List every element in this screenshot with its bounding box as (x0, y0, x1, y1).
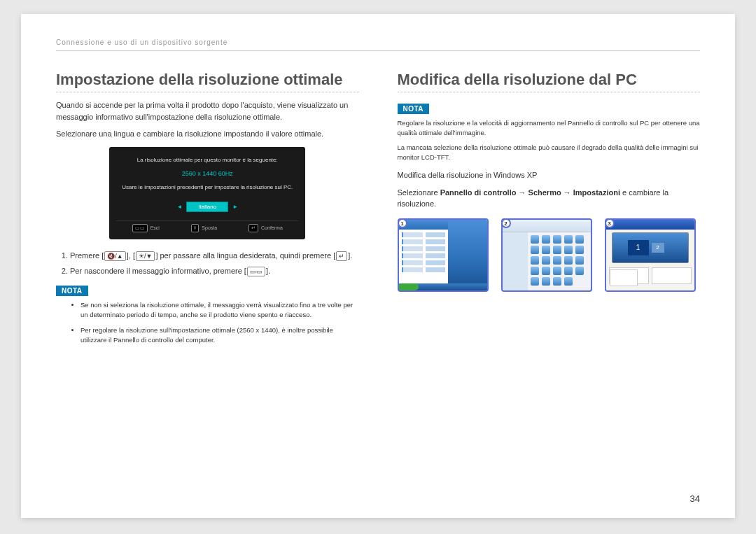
xp-start-button-icon (399, 283, 419, 290)
vol-up-icon: 🔇/▲ (104, 251, 125, 261)
right-title: Modifica della risoluzione dal PC (398, 71, 701, 92)
shot-num-2: 2 (501, 218, 511, 228)
step-1: Premere [🔇/▲], [☀/▼] per passare alla li… (70, 250, 359, 262)
settings-titlebar-icon (606, 220, 694, 230)
screenshot-3: 3 12 (605, 218, 696, 292)
content-columns: Impostazione della risoluzione ottimale … (56, 71, 700, 351)
osd-line1: La risoluzione ottimale per questo monit… (116, 157, 298, 163)
osd-resolution: 2560 x 1440 60Hz (116, 170, 298, 177)
osd-language: Italiano (186, 202, 228, 212)
page-number: 34 (690, 493, 700, 504)
shot-num-1: 1 (398, 218, 407, 228)
steps-list: Premere [🔇/▲], [☀/▼] per passare alla li… (70, 250, 359, 277)
manual-page: Connessione e uso di un dispositivo sorg… (21, 14, 735, 518)
osd-move: ◊Sposta (191, 224, 217, 232)
move-key-icon: ◊ (191, 224, 199, 232)
left-intro-1: Quando si accende per la prima volta il … (56, 99, 359, 122)
cp-titlebar-icon (503, 220, 591, 232)
osd-line3: Usare le impostazioni precedenti per imp… (116, 184, 298, 190)
screenshot-2: 2 (501, 218, 592, 292)
nota-badge-right: NOTA (398, 104, 430, 114)
left-caret-icon: ◄ (176, 204, 182, 210)
settings-controls-icon (609, 267, 692, 284)
screenshot-row: 1 2 (398, 218, 701, 292)
osd-confirm: ↵Conferma (248, 224, 283, 232)
left-intro-2: Selezionare una lingua e cambiare la ris… (56, 128, 359, 140)
right-note-2: La mancata selezione della risoluzione o… (398, 143, 701, 163)
esc-key-icon: ▭▭ (132, 224, 148, 232)
right-subhead: Modifica della risoluzione in Windows XP (398, 169, 701, 181)
confirm-key-icon: ↵ (248, 224, 258, 232)
osd-footer: ▭▭Esci ◊Sposta ↵Conferma (116, 220, 298, 232)
note-bullets: Se non si seleziona la risoluzione ottim… (80, 300, 359, 346)
note-bullet-1: Se non si seleziona la risoluzione ottim… (80, 300, 359, 321)
right-note-1: Regolare la risoluzione e la velocità di… (398, 118, 701, 139)
shot-num-3: 3 (605, 218, 615, 228)
note-bullet-2: Per regolare la risoluzione sull'imposta… (80, 325, 359, 346)
left-title: Impostazione della risoluzione ottimale (56, 71, 359, 92)
monitor-preview-icon: 12 (612, 232, 689, 263)
screenshot-1: 1 (398, 218, 489, 292)
step-2: Per nascondere il messaggio informativo,… (70, 265, 359, 277)
left-column: Impostazione della risoluzione ottimale … (56, 71, 359, 351)
nota-badge-left: NOTA (56, 286, 88, 296)
osd-lang-wrap: ◄ Italiano ► (116, 202, 298, 212)
menu-key-icon: ▭▭ (247, 267, 265, 276)
right-column: Modifica della risoluzione dal PC NOTA R… (398, 71, 701, 351)
xp-start-menu-icon (399, 220, 448, 290)
osd-preview: La risoluzione ottimale per questo monit… (109, 147, 305, 239)
settings-body-icon: 12 (606, 230, 694, 292)
right-path: Selezionare Pannello di controllo → Sche… (398, 187, 701, 210)
osd-esc: ▭▭Esci (132, 224, 160, 232)
page-header: Connessione e uso di un dispositivo sorg… (56, 38, 700, 51)
bright-down-icon: ☀/▼ (136, 251, 155, 261)
enter-source-icon: ↵ (336, 251, 347, 261)
right-caret-icon: ► (232, 204, 238, 210)
cp-sidebar-icon (503, 232, 528, 292)
cp-icon-grid (531, 235, 591, 286)
